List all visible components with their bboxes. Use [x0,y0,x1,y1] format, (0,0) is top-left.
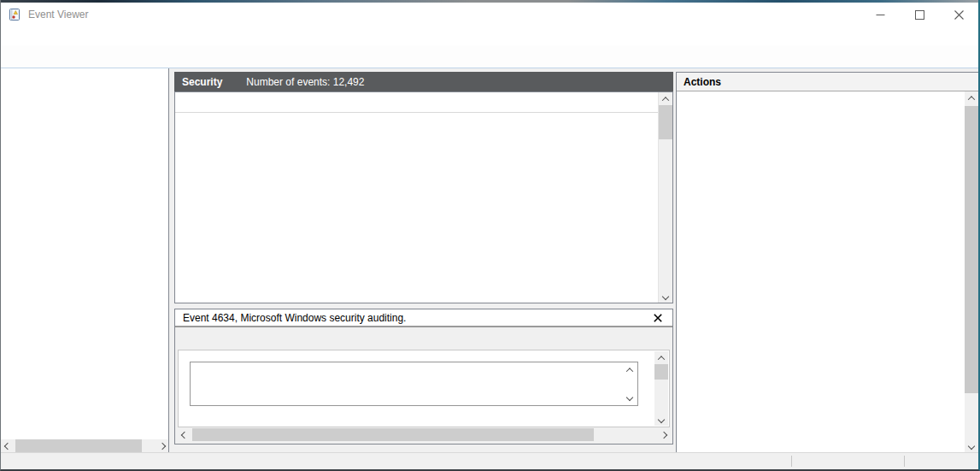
menubar [1,26,978,45]
window-controls [860,3,978,26]
statusbar-divider [904,456,905,467]
close-icon [954,10,964,20]
chevron-left-icon [3,442,10,449]
close-button[interactable] [939,3,978,26]
minimize-button[interactable] [860,3,900,26]
actions-pane: Actions [676,72,978,452]
event-list-body [175,114,658,303]
inner-scroll-up-button[interactable] [624,364,636,376]
event-description-box[interactable] [190,362,638,406]
preview-tab-page [178,350,670,427]
preview-header: Event 4634, Microsoft Windows security a… [175,309,672,327]
scrollbar-thumb[interactable] [15,439,142,452]
close-icon [654,314,662,322]
chevron-up-icon [968,96,975,103]
scroll-left-button[interactable] [1,439,14,452]
log-name: Security [182,76,222,88]
event-list-vertical-scrollbar[interactable] [658,92,672,303]
scroll-down-button[interactable] [655,413,668,426]
toolbar [1,45,978,68]
preview-tabs [175,327,672,348]
chevron-down-icon [662,292,669,299]
minimize-icon [876,10,885,20]
actions-pane-title: Actions [677,73,978,91]
event-preview-pane: Event 4634, Microsoft Windows security a… [174,309,673,445]
titlebar: Event Viewer [1,3,978,26]
scroll-right-button[interactable] [657,428,670,441]
scroll-right-button[interactable] [156,439,168,452]
maximize-button[interactable] [900,3,939,26]
event-count-label: Number of events: 12,492 [246,76,364,88]
chevron-right-icon [158,442,165,449]
chevron-down-icon [626,394,633,401]
chevron-right-icon [660,431,666,438]
statusbar [1,452,978,469]
main-area: Security Number of events: 12,492 Event … [1,68,978,452]
scroll-up-button[interactable] [655,351,668,364]
chevron-down-icon [968,442,975,449]
chevron-up-icon [658,356,665,362]
chevron-left-icon [180,431,187,438]
maximize-icon [915,10,924,20]
log-view-pane: Security Number of events: 12,492 Event … [174,72,673,452]
scroll-down-button[interactable] [965,439,978,452]
chevron-up-icon [626,368,633,374]
preview-close-button[interactable] [651,311,665,325]
scrollbar-thumb[interactable] [654,364,668,380]
event-list-header-row [175,92,658,113]
statusbar-divider [791,456,792,467]
inner-scroll-down-button[interactable] [624,392,636,403]
event-viewer-app-icon [8,8,21,21]
event-list [174,91,673,303]
scroll-up-button[interactable] [965,91,978,104]
event-viewer-window: Event Viewer Security [0,0,980,471]
tree-horizontal-scrollbar[interactable] [1,439,168,452]
scrollbar-thumb[interactable] [659,105,673,139]
scrollbar-thumb[interactable] [965,106,978,393]
scroll-left-button[interactable] [178,428,191,441]
preview-vertical-scrollbar[interactable] [654,351,668,426]
log-view-header: Security Number of events: 12,492 [174,72,673,91]
window-title: Event Viewer [28,9,860,21]
preview-title: Event 4634, Microsoft Windows security a… [183,312,651,324]
preview-horizontal-scrollbar[interactable] [178,428,670,441]
scrollbar-thumb[interactable] [192,428,594,441]
actions-list [677,91,965,452]
scroll-down-button[interactable] [660,290,672,303]
chevron-up-icon [662,97,669,103]
actions-vertical-scrollbar[interactable] [965,91,978,452]
scroll-up-button[interactable] [660,92,672,105]
console-tree-pane [1,68,169,452]
chevron-down-icon [658,415,665,422]
